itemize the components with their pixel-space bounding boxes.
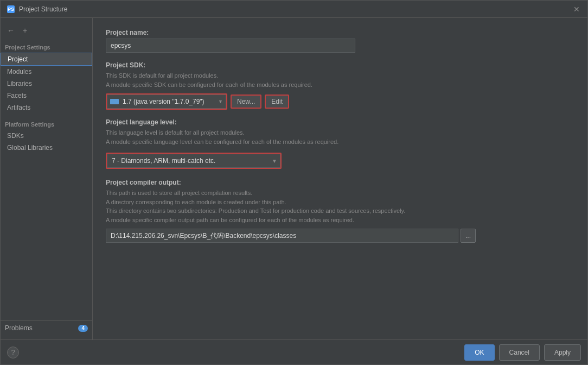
problems-badge: 4 (78, 325, 88, 332)
bottom-right: OK Cancel Apply (464, 344, 581, 361)
forward-button[interactable]: + (19, 24, 31, 36)
compiler-output-input[interactable] (106, 229, 458, 243)
content-area: Project name: Project SDK: This SDK is d… (93, 18, 587, 339)
browse-button[interactable]: ... (461, 229, 476, 243)
language-dropdown[interactable]: 7 - Diamonds, ARM, multi-catch etc. (107, 154, 280, 168)
help-button[interactable]: ? (7, 347, 19, 358)
sidebar-item-global-libraries[interactable]: Global Libraries (1, 142, 92, 154)
platform-settings-label: Platform Settings (1, 118, 92, 130)
sidebar-item-project[interactable]: Project (1, 53, 92, 66)
sidebar-item-artifacts[interactable]: Artifacts (1, 102, 92, 114)
sdk-select-container: 1.7 (java version "1.7.0_79") ▼ (107, 95, 226, 109)
compiler-desc: This path is used to store all project c… (106, 188, 574, 224)
project-name-input[interactable] (106, 39, 355, 53)
sdk-label: Project SDK: (106, 61, 574, 69)
dialog-icon: PS (7, 5, 15, 13)
sdk-select-outline: 1.7 (java version "1.7.0_79") ▼ (106, 93, 227, 110)
sidebar-item-sdks[interactable]: SDKs (1, 130, 92, 142)
cancel-button[interactable]: Cancel (499, 344, 540, 361)
compiler-label: Project compiler output: (106, 179, 574, 186)
language-select-outline: 7 - Diamonds, ARM, multi-catch etc. ▼ (106, 153, 282, 169)
sidebar: ← + Project Settings Project Modules Lib… (1, 18, 93, 339)
language-label: Project language level: (106, 118, 574, 126)
sidebar-toolbar: ← + (1, 22, 92, 39)
sidebar-item-problems[interactable]: Problems 4 (1, 320, 92, 335)
apply-button[interactable]: Apply (544, 344, 581, 361)
language-desc: This language level is default for all p… (106, 128, 574, 146)
sdk-icon (110, 99, 119, 104)
title-bar: PS Project Structure ✕ (1, 1, 587, 18)
sdk-dropdown[interactable]: 1.7 (java version "1.7.0_79") (107, 95, 226, 109)
language-section: Project language level: This language le… (106, 118, 574, 169)
title-bar-left: PS Project Structure (7, 5, 67, 13)
sidebar-item-modules[interactable]: Modules (1, 66, 92, 78)
project-structure-dialog: PS Project Structure ✕ ← + Project Setti… (0, 0, 588, 365)
sidebar-item-libraries[interactable]: Libraries (1, 78, 92, 90)
project-settings-label: Project Settings (1, 41, 92, 53)
main-body: ← + Project Settings Project Modules Lib… (1, 18, 587, 339)
compiler-output-row: ... (106, 229, 574, 243)
bottom-left: ? (7, 347, 19, 358)
sdk-desc1: This SDK is default for all project modu… (106, 71, 574, 89)
dialog-title: Project Structure (19, 5, 67, 13)
bottom-bar: ? OK Cancel Apply (1, 339, 587, 364)
close-button[interactable]: ✕ (572, 5, 581, 14)
back-button[interactable]: ← (5, 24, 17, 36)
project-name-label: Project name: (106, 29, 574, 36)
sdk-edit-button[interactable]: Edit (265, 95, 289, 109)
compiler-section: Project compiler output: This path is us… (106, 179, 574, 243)
sdk-row: 1.7 (java version "1.7.0_79") ▼ New... E… (106, 93, 574, 110)
sdk-section: Project SDK: This SDK is default for all… (106, 61, 574, 110)
sidebar-item-facets[interactable]: Facets (1, 90, 92, 102)
ok-button[interactable]: OK (464, 344, 494, 361)
sdk-new-button[interactable]: New... (231, 95, 261, 109)
